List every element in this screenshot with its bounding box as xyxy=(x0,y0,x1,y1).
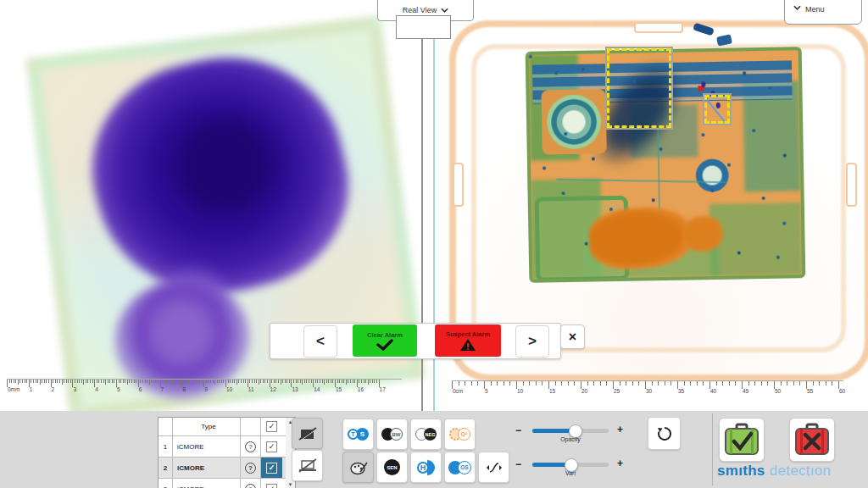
vari-minus-button[interactable]: − xyxy=(515,458,521,470)
detection-box-large[interactable] xyxy=(607,48,671,128)
ruler-label: 60 xyxy=(839,388,845,394)
ruler-label: 15 xyxy=(549,388,555,394)
clear-alarm-label: Clear Alarm xyxy=(367,331,403,339)
ruler-label: 6 xyxy=(139,386,142,392)
menu-dropdown[interactable]: Menu xyxy=(784,0,862,25)
ruler-label: 4 xyxy=(95,386,98,392)
detection-type: iCMORE xyxy=(173,436,241,457)
row-number: 1 xyxy=(159,436,173,457)
ruler-label: 8 xyxy=(182,386,186,392)
ruler-label: 5 xyxy=(117,386,120,392)
o2-label-icon: O² xyxy=(458,428,470,441)
right-ruler: 0cm51015202530354045505560 xyxy=(452,380,843,396)
hide-image-toggle[interactable] xyxy=(292,418,323,449)
suspect-alarm-label: Suspect Alarm xyxy=(446,330,490,338)
menu-label: Menu xyxy=(805,5,825,14)
vari-slider-label: Vari xyxy=(532,470,609,476)
sen-filter-button[interactable]: SEN xyxy=(376,452,408,483)
circuit-region xyxy=(709,202,802,276)
hide-laptop-toggle[interactable] xyxy=(292,450,323,481)
left-ruler: 0mm1234567891011121314151617 xyxy=(7,379,402,395)
close-alarm-bar-button[interactable]: × xyxy=(560,324,585,349)
type-column-header: Type xyxy=(173,418,241,435)
logo-suffix: detectıon xyxy=(770,463,832,479)
xray-screening-app: 0mm1234567891011121314151617 xyxy=(0,0,868,488)
opacity-slider[interactable] xyxy=(532,429,609,433)
opacity-slider-label: Opacity xyxy=(532,436,609,442)
neg-filter-button[interactable]: NEG xyxy=(410,419,442,450)
cooling-fan-left xyxy=(541,89,606,154)
laptop-crossed-icon xyxy=(298,458,318,474)
detection-row[interactable]: 2iCMORE?✓ xyxy=(159,458,286,479)
select-all-checkbox[interactable]: ✓ xyxy=(261,418,282,435)
ruler-label: 14 xyxy=(314,386,320,392)
ruler-label: 10 xyxy=(226,386,232,392)
ruler-label: 50 xyxy=(775,388,781,394)
vari-plus-button[interactable]: + xyxy=(617,458,623,469)
ruler-label: 10 xyxy=(517,388,523,394)
organic-mass-core xyxy=(161,110,288,220)
close-icon: × xyxy=(569,330,576,345)
opacity-minus-button[interactable]: − xyxy=(515,424,521,436)
ruler-label: 45 xyxy=(743,388,748,394)
suspect-alarm-button[interactable]: Suspect Alarm xyxy=(435,324,501,357)
help-icon[interactable]: ? xyxy=(245,441,256,452)
ts-filter-button[interactable]: T S xyxy=(342,419,374,450)
clear-alarm-button[interactable]: Clear Alarm xyxy=(353,324,417,357)
help-icon[interactable]: ? xyxy=(245,463,256,474)
chevron-left-icon: < xyxy=(316,333,325,350)
row-number: 3 xyxy=(159,479,173,488)
chevron-right-icon: > xyxy=(528,333,537,350)
row-checkbox[interactable]: ✓ xyxy=(266,441,277,452)
curve-filter-button[interactable] xyxy=(478,452,509,483)
image-crossed-icon xyxy=(298,426,317,441)
bottom-toolbar: Type ✓ 1iCMORE?✓2iCMORE?✓3iCMORE?✓ ▲ ▼ xyxy=(0,411,868,488)
help-icon-cell: ? xyxy=(241,479,261,488)
ruler-label: 1 xyxy=(30,386,33,392)
opacity-plus-button[interactable]: + xyxy=(617,424,623,435)
ruler-label: 16 xyxy=(358,386,364,392)
reset-view-button[interactable] xyxy=(648,417,681,450)
row-checkbox[interactable]: ✓ xyxy=(266,463,277,474)
bw-label-icon: BW xyxy=(390,428,403,441)
detection-row[interactable]: 1iCMORE?✓ xyxy=(159,436,286,458)
neg-label-icon: NEG xyxy=(424,428,437,441)
hi-h-icon: H xyxy=(417,462,429,474)
detection-type: iCMORE xyxy=(173,458,241,478)
row-checkbox-cell[interactable]: ✓ xyxy=(261,458,282,478)
next-item-button[interactable]: > xyxy=(515,325,549,358)
reject-bag-button[interactable] xyxy=(789,418,835,462)
o2-filter-button[interactable]: O² xyxy=(444,419,476,450)
ruler-label: 20 xyxy=(581,388,587,394)
ruler-label: 2 xyxy=(52,386,55,392)
ruler-label: 40 xyxy=(710,388,716,394)
dropdown-panel xyxy=(396,15,451,39)
ruler-label: 55 xyxy=(807,388,813,394)
os-filter-button[interactable]: OS xyxy=(444,452,476,483)
alarm-decision-bar: < Clear Alarm Suspect Alarm > xyxy=(270,323,561,359)
chevron-down-icon xyxy=(441,8,448,13)
palette-filter-button[interactable] xyxy=(342,452,374,483)
row-checkbox[interactable]: ✓ xyxy=(266,484,277,488)
bw-filter-button[interactable]: BW xyxy=(376,419,408,450)
detections-table[interactable]: Type ✓ 1iCMORE?✓2iCMORE?✓3iCMORE?✓ xyxy=(158,417,287,488)
previous-item-button[interactable]: < xyxy=(303,325,337,358)
detection-row[interactable]: 3iCMORE?✓ xyxy=(159,479,286,488)
suitcase-check-icon xyxy=(724,423,760,457)
help-icon[interactable]: ? xyxy=(245,484,256,488)
scroll-down-icon[interactable]: ▼ xyxy=(286,482,295,487)
accept-bag-button[interactable] xyxy=(719,418,765,462)
ruler-label: 35 xyxy=(678,388,684,394)
smiths-detection-logo: smıths detectıon xyxy=(717,463,831,480)
help-icon-cell: ? xyxy=(241,458,261,478)
detection-box-small[interactable] xyxy=(704,95,730,124)
tray-slot-right xyxy=(846,163,857,207)
row-checkbox-cell[interactable]: ✓ xyxy=(261,436,282,457)
row-checkbox-cell[interactable]: ✓ xyxy=(261,479,282,488)
palette-icon xyxy=(349,460,368,475)
detection-type: iCMORE xyxy=(173,479,241,488)
chevron-down-icon xyxy=(793,5,801,10)
vari-slider[interactable] xyxy=(532,463,609,467)
hi-filter-button[interactable]: H xyxy=(410,452,442,483)
detections-table-body: 1iCMORE?✓2iCMORE?✓3iCMORE?✓ xyxy=(159,436,286,488)
